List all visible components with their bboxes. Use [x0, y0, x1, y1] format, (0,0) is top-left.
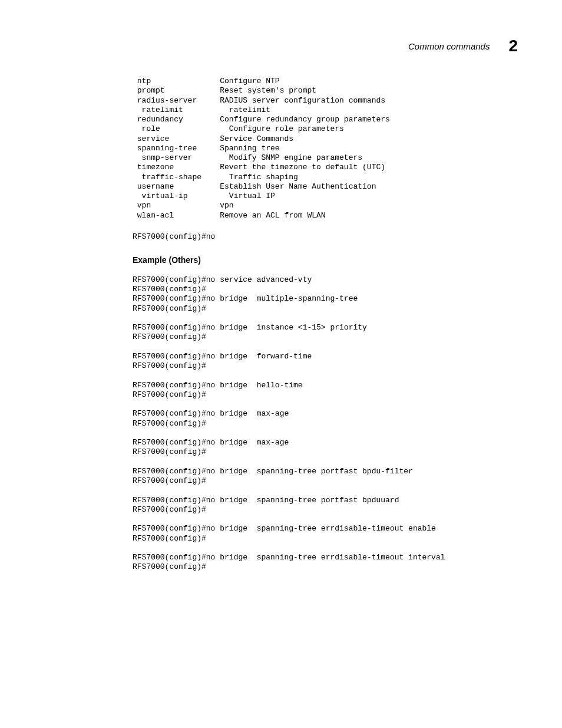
- page-header: Common commands 2: [408, 37, 518, 55]
- chapter-number: 2: [508, 37, 518, 55]
- page-content: ntp Configure NTP prompt Reset system's …: [133, 77, 521, 572]
- examples-block: RFS7000(config)#no service advanced-vty …: [133, 275, 521, 572]
- prompt-line: RFS7000(config)#no: [133, 232, 521, 241]
- command-table: ntp Configure NTP prompt Reset system's …: [133, 77, 521, 220]
- header-title: Common commands: [408, 41, 490, 51]
- section-heading: Example (Others): [133, 255, 521, 265]
